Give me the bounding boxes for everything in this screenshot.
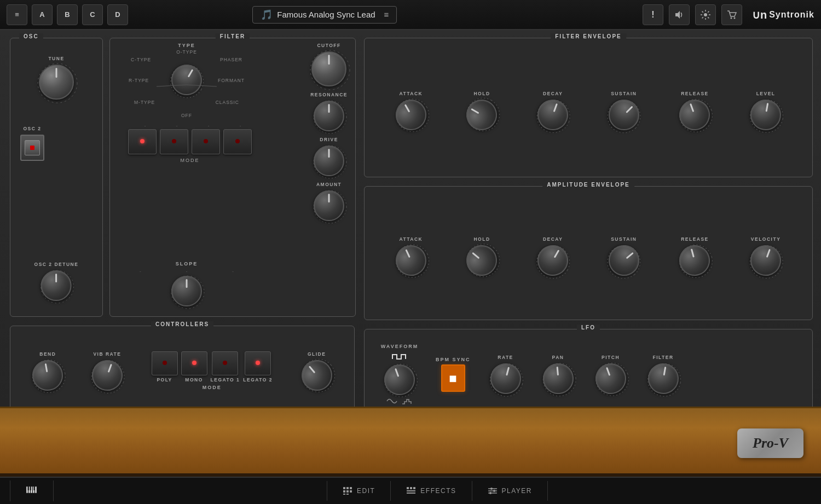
speaker-button[interactable]: [669, 4, 690, 25]
mono-button[interactable]: [181, 351, 207, 375]
vib-rate-knob[interactable]: [88, 356, 127, 395]
svg-point-4: [38, 63, 77, 103]
glide-control: GLIDE: [302, 351, 332, 391]
sine-wave-icon[interactable]: [386, 397, 398, 405]
filter-mode-led-3: [204, 139, 208, 143]
glide-label: GLIDE: [308, 351, 326, 357]
svg-point-12: [314, 146, 346, 178]
svg-rect-45: [343, 490, 345, 493]
svg-point-22: [531, 239, 576, 284]
filter-type-knob[interactable]: [166, 59, 207, 101]
legato1-control: LEGATO 1: [211, 351, 240, 383]
filter-attack-control: ATTACK: [396, 91, 426, 130]
tab-a-button[interactable]: A: [32, 4, 53, 25]
lfo-pan-control: PAN: [543, 355, 574, 394]
cart-button[interactable]: [721, 4, 742, 25]
amp-velocity-control: VELOCITY: [750, 236, 781, 276]
svg-point-32: [591, 358, 633, 400]
lfo-waveform-section: WAVEFORM: [372, 344, 427, 405]
cutoff-knob[interactable]: [311, 51, 346, 86]
bpm-sync-button[interactable]: ◼: [441, 364, 465, 392]
glide-knob[interactable]: [295, 354, 338, 397]
r-type-label: R-TYPE: [129, 78, 149, 83]
filter-mode-btn-4[interactable]: [223, 129, 252, 154]
controllers-panel: CONTROLLERS BEND VIB RATE: [10, 326, 355, 410]
svg-rect-48: [343, 494, 345, 495]
controllers-title: CONTROLLERS: [151, 321, 213, 327]
svg-point-5: [41, 270, 74, 303]
svg-rect-42: [343, 487, 345, 489]
brand-area: ∪n Syntronik: [748, 8, 814, 21]
lfo-rate-knob[interactable]: [487, 360, 524, 397]
lfo-pan-knob[interactable]: [541, 362, 575, 395]
osc2-detune-knob[interactable]: [41, 270, 72, 301]
instrument-body: OSC TUNE OSC 2 OSC: [0, 30, 821, 473]
svg-point-24: [676, 241, 716, 281]
tab-c-button[interactable]: C: [82, 4, 103, 25]
filter-mode-btn-2[interactable]: [160, 129, 188, 154]
amp-decay-knob[interactable]: [532, 239, 574, 281]
preset-selector[interactable]: 🎵 Famous Analog Sync Lead ≡: [252, 6, 397, 24]
legato1-button[interactable]: [212, 351, 238, 375]
filter-sustain-knob[interactable]: [602, 93, 645, 136]
amp-hold-knob[interactable]: [460, 239, 504, 282]
tab-d-button[interactable]: D: [107, 4, 128, 25]
filter-release-knob[interactable]: [675, 95, 715, 135]
svg-rect-38: [35, 486, 37, 493]
svg-point-17: [600, 93, 647, 140]
filter-attack-knob[interactable]: [390, 94, 432, 135]
drive-knob[interactable]: [314, 146, 344, 176]
effects-label: EFFECTS: [420, 487, 456, 495]
slope-knob[interactable]: [171, 276, 202, 306]
filter-level-label: LEVEL: [756, 91, 776, 96]
gear-button[interactable]: [695, 4, 716, 25]
poly-button[interactable]: [152, 351, 178, 375]
lfo-waveform-knob[interactable]: [380, 360, 419, 399]
osc2-switch[interactable]: [20, 135, 44, 161]
vib-rate-label: VIB RATE: [93, 351, 121, 357]
filter-mode-btn-1[interactable]: [128, 129, 157, 154]
amp-sustain-knob[interactable]: [602, 239, 645, 282]
staircase-wave-icon[interactable]: [401, 397, 413, 405]
lfo-waveform-knob-wrap: [384, 364, 415, 395]
mono-led: [192, 361, 196, 365]
svg-point-58: [490, 488, 493, 490]
svg-rect-49: [346, 494, 349, 495]
osc-panel: OSC TUNE OSC 2 OSC: [10, 38, 103, 317]
piano-button[interactable]: [10, 480, 54, 501]
svg-point-59: [493, 490, 495, 492]
svg-point-30: [486, 360, 526, 399]
filter-type-selector: O-TYPE C-TYPE PHASER R-TYPE FORMANT M-TY…: [126, 49, 247, 120]
filter-decay-knob[interactable]: [533, 95, 573, 135]
menu-button[interactable]: ≡: [7, 4, 27, 25]
player-tab[interactable]: PLAYER: [472, 481, 548, 501]
filter-mode-label: MODE: [119, 158, 261, 163]
tab-b-button[interactable]: B: [57, 4, 78, 25]
lfo-rate-control: RATE: [490, 355, 521, 394]
lfo-filter-knob[interactable]: [645, 361, 681, 396]
tune-knob[interactable]: [39, 65, 74, 100]
bend-knob[interactable]: [30, 357, 66, 393]
legato1-led: [223, 361, 227, 365]
effects-tab[interactable]: EFFECTS: [391, 481, 472, 501]
lfo-pitch-knob[interactable]: [591, 359, 631, 398]
o-type-label: O-TYPE: [176, 49, 197, 55]
square-wave-icon[interactable]: [391, 351, 408, 362]
svg-rect-41: [34, 486, 36, 490]
amount-knob[interactable]: [314, 190, 344, 221]
svg-point-16: [533, 95, 575, 137]
resonance-knob[interactable]: [314, 101, 344, 131]
alert-button[interactable]: !: [643, 4, 663, 25]
legato2-button[interactable]: [245, 351, 271, 375]
filter-mode-btn-3[interactable]: [192, 129, 220, 154]
filter-hold-knob[interactable]: [461, 94, 502, 135]
edit-tab[interactable]: EDIT: [327, 481, 391, 501]
filter-level-knob[interactable]: [748, 97, 784, 132]
lfo-panel: LFO WAVEFORM: [364, 329, 813, 414]
svg-point-10: [310, 50, 350, 90]
amp-velocity-knob[interactable]: [746, 241, 785, 280]
amp-release-knob[interactable]: [676, 241, 714, 279]
lfo-title: LFO: [577, 325, 600, 331]
amp-attack-knob[interactable]: [391, 240, 431, 280]
lfo-pitch-control: PITCH: [595, 355, 626, 394]
